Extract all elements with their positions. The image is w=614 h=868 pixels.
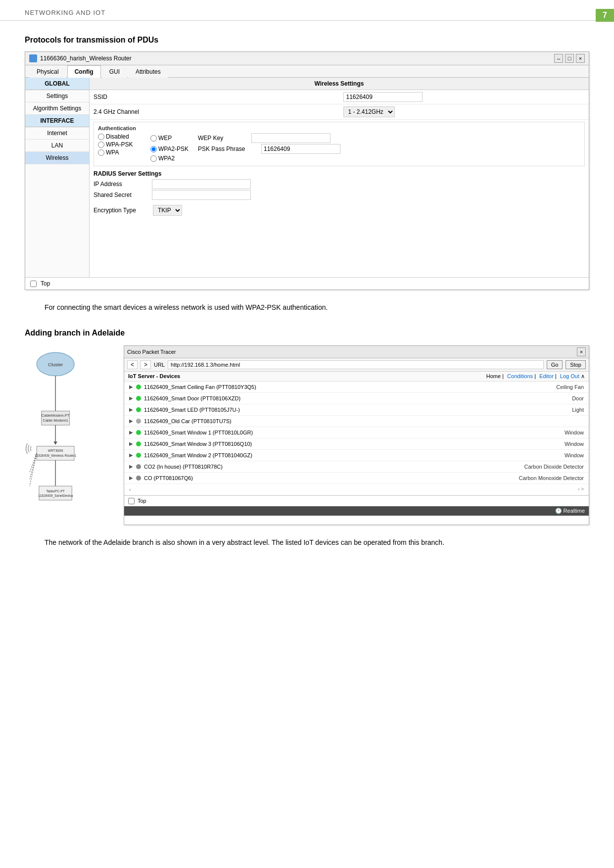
sidebar-item-internet[interactable]: Internet (25, 127, 89, 140)
device-left: ▶ CO2 (In house) (PTT0810R78C) (129, 464, 223, 470)
status-dot (136, 396, 141, 401)
expand-arrow[interactable]: ▶ (129, 464, 133, 469)
list-item: ▶ 11626409_Smart Window 2 (PTT081040GZ) … (124, 450, 589, 461)
close-button[interactable]: × (576, 54, 585, 63)
channel-row: 2.4 GHz Channel 1 - 2.412GHz (90, 104, 589, 120)
device-left: ▶ CO (PTT081067Q6) (129, 475, 193, 481)
device-name: 11626409_Old Car (PTT0810TU7S) (144, 418, 232, 424)
auth-wpa-psk-radio[interactable] (98, 142, 104, 148)
auth-wpa2-row: WPA2 (150, 155, 340, 162)
iot-close-button[interactable]: × (577, 347, 586, 356)
radius-section: RADIUS Server Settings IP Address Shared… (90, 168, 589, 203)
back-button[interactable]: < (127, 360, 138, 369)
ssid-input[interactable] (343, 92, 423, 102)
iot-browser-window: Cisco Packet Tracer × < > URL Go Stop Io… (124, 345, 589, 525)
sidebar-item-lan[interactable]: LAN (25, 140, 89, 152)
ssid-label: SSID (90, 90, 339, 104)
window-tabs: Physical Config GUI Attributes (25, 65, 589, 78)
window-title-left: 11666360_harish_Wireless Router (29, 54, 132, 62)
auth-wpa2-radio[interactable] (150, 155, 157, 162)
forward-button[interactable]: > (141, 360, 151, 369)
wep-key-row: WEP Key (198, 133, 331, 143)
auth-wpa-row: WPA (98, 149, 142, 156)
svg-text:11626409_Wireless Router1: 11626409_Wireless Router1 (35, 454, 76, 458)
status-dot (136, 385, 141, 389)
url-input[interactable] (168, 360, 544, 369)
maximize-button[interactable]: □ (565, 54, 574, 63)
logout-link[interactable]: Log Out (560, 373, 579, 379)
auth-wpa2-psk-radio[interactable] (150, 146, 157, 152)
iot-nav-right: Home | Conditions | Editor | Log Out ∧ (486, 373, 585, 380)
auth-wep-label[interactable]: WEP (150, 135, 195, 142)
auth-wpa-psk-label[interactable]: WPA-PSK (98, 141, 142, 148)
device-left: ▶ 11626409_Smart Window 1 (PTT0810L0GR) (129, 430, 253, 435)
auth-group: Authentication Disabled WPA-P (94, 122, 585, 166)
auth-wpa-psk-row: WPA-PSK (98, 141, 142, 148)
auth-columns: Disabled WPA-PSK WPA (98, 133, 580, 163)
iot-nav-left: IoT Server - Devices (128, 373, 180, 380)
device-name: 11626409_Smart Window 3 (PTT08106Q10) (144, 441, 252, 447)
expand-arrow[interactable]: ▶ (129, 430, 133, 435)
window-controls[interactable]: – □ × (554, 54, 585, 63)
shared-input[interactable] (152, 190, 251, 200)
device-type: Window (565, 441, 584, 447)
encryption-select[interactable]: TKIP (153, 205, 182, 216)
tab-physical[interactable]: Physical (29, 65, 66, 78)
sidebar-item-algorithm-settings[interactable]: Algorithm Settings (25, 102, 89, 115)
expand-arrow[interactable]: ▶ (129, 407, 133, 412)
auth-wep-radio[interactable] (150, 135, 157, 142)
auth-disabled-label[interactable]: Disabled (98, 133, 142, 140)
tab-gui[interactable]: GUI (102, 65, 127, 78)
editor-link[interactable]: Editor (539, 373, 554, 379)
device-type: Light (572, 407, 584, 413)
auth-wpa2-psk-label[interactable]: WPA2-PSK (150, 145, 195, 152)
expand-arrow[interactable]: ▶ (129, 384, 133, 389)
status-dot (136, 453, 141, 458)
shared-label: Shared Secret (94, 192, 148, 198)
empty-space (90, 218, 589, 277)
device-left: ▶ 11626409_Smart Door (PTT08106XZD) (129, 395, 240, 401)
psk-row: PSK Pass Phrase (198, 144, 340, 154)
ssid-row: SSID (90, 90, 589, 104)
scroll-indicator-row: ‹ › > (124, 484, 589, 495)
iot-top-checkbox[interactable] (128, 498, 135, 504)
psk-input[interactable] (261, 144, 340, 154)
ip-input[interactable] (152, 179, 251, 189)
list-item: ▶ CO2 (In house) (PTT0810R78C) Carbon Di… (124, 461, 589, 473)
expand-arrow[interactable]: ▶ (129, 418, 133, 424)
conditions-link[interactable]: Conditions (507, 373, 533, 379)
device-name: 11626409_Smart Window 2 (PTT081040GZ) (144, 452, 252, 458)
auth-wpa-radio[interactable] (98, 149, 104, 156)
svg-text:WRT300N: WRT300N (48, 449, 63, 452)
sidebar-interface-label: INTERFACE (25, 115, 89, 127)
auth-right-col: WEP WEP Key WPA2-PSK (150, 133, 340, 163)
auth-wpa2-label[interactable]: WPA2 (150, 155, 195, 162)
sidebar-item-settings[interactable]: Settings (25, 90, 89, 102)
device-name: 11626409_Smart Window 1 (PTT0810L0GR) (144, 430, 253, 435)
channel-select[interactable]: 1 - 2.412GHz (343, 106, 395, 117)
device-name: CO (PTT081067Q6) (144, 475, 193, 481)
stop-button[interactable]: Stop (566, 360, 586, 369)
expand-arrow[interactable]: ▶ (129, 395, 133, 401)
header-text: NETWORKING AND IOT (25, 9, 105, 16)
auth-disabled-radio[interactable] (98, 134, 104, 140)
top-checkbox[interactable] (30, 281, 37, 287)
list-item: ▶ 11626409_Smart LED (PTT08105J7U-) Ligh… (124, 404, 589, 416)
auth-wpa-label[interactable]: WPA (98, 149, 142, 156)
expand-arrow[interactable]: ▶ (129, 452, 133, 458)
list-item: ▶ 11626409_Smart Window 1 (PTT0810L0GR) … (124, 427, 589, 438)
psk-label: PSK Pass Phrase (198, 145, 257, 152)
expand-arrow[interactable]: ▶ (129, 475, 133, 481)
device-left: ▶ 11626409_Smart Window 2 (PTT081040GZ) (129, 452, 252, 458)
tab-config[interactable]: Config (67, 65, 101, 78)
expand-arrow[interactable]: ▶ (129, 441, 133, 446)
wireless-settings-title: Wireless Settings (90, 78, 589, 90)
wep-key-input[interactable] (251, 133, 331, 143)
auth-wpa2-psk-row: WPA2-PSK PSK Pass Phrase (150, 144, 340, 154)
svg-line-15 (30, 453, 37, 472)
minimize-button[interactable]: – (554, 54, 563, 63)
go-button[interactable]: Go (547, 360, 563, 369)
sidebar-item-wireless[interactable]: Wireless (25, 152, 89, 164)
url-label: URL (154, 362, 165, 368)
tab-attributes[interactable]: Attributes (128, 65, 168, 78)
